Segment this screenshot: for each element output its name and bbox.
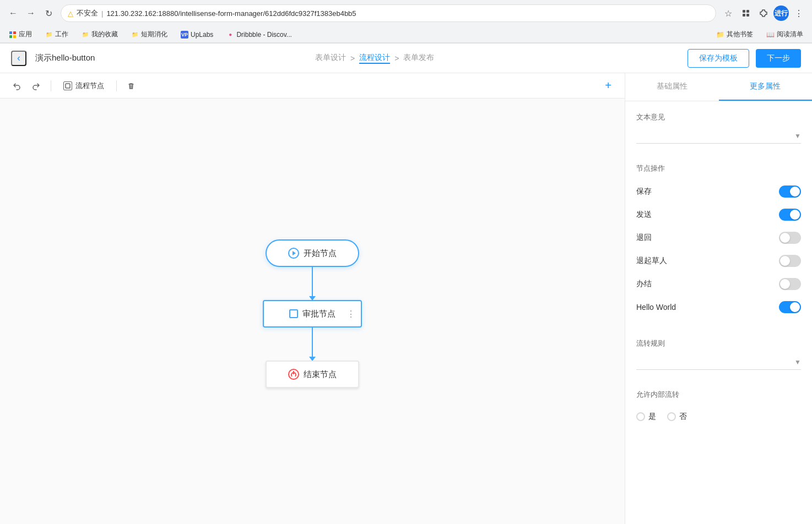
svg-rect-6 [9, 35, 12, 38]
bookmark-work[interactable]: 📁 工作 [42, 29, 72, 40]
radio-yes[interactable]: 是 [636, 412, 656, 422]
svg-rect-2 [743, 14, 745, 17]
process-node-label: 流程节点 [75, 81, 104, 91]
start-node[interactable]: 开始节点 [266, 239, 359, 267]
return-toggle[interactable] [779, 232, 801, 244]
withdraw-toggle-label: 退起草人 [636, 256, 667, 266]
flow-container: 开始节点 审批节点 ⋮ [263, 239, 362, 388]
app-container: ‹ 演示hello-button 表单设计 > 流程设计 > 表单发布 保存为模… [0, 43, 812, 524]
radio-yes-label: 是 [648, 412, 656, 422]
send-toggle[interactable] [779, 209, 801, 221]
radio-no[interactable]: 否 [667, 412, 687, 422]
node-action-label: 节点操作 [636, 163, 801, 173]
other-bookmarks[interactable]: 📁 其他书签 [713, 29, 756, 40]
step-flow-design[interactable]: 流程设计 [359, 53, 390, 64]
browser-toolbar: ← → ↻ △ 不安全 | 121.30.232.162:18880/intel… [0, 0, 812, 26]
end-node-box[interactable]: 结束节点 [266, 361, 359, 388]
plus-icon: + [605, 79, 611, 92]
browser-menu-button[interactable]: ⋮ [791, 6, 806, 21]
process-node-button[interactable]: 流程节点 [58, 79, 110, 93]
hello-world-toggle-row: Hello World [636, 296, 801, 319]
redo-button[interactable] [29, 78, 44, 94]
hello-world-toggle-knob [790, 302, 800, 312]
save-toggle-knob [790, 187, 800, 197]
canvas-body[interactable]: 开始节点 审批节点 ⋮ [0, 99, 625, 524]
delete-button[interactable] [123, 78, 139, 94]
toolbar-divider-1 [51, 80, 51, 91]
other-bm-label: 其他书签 [727, 30, 753, 39]
step-form-publish[interactable]: 表单发布 [403, 53, 434, 64]
tab-more[interactable]: 更多属性 [719, 73, 813, 101]
text-comment-label: 文本意见 [636, 112, 801, 122]
right-panel: 基础属性 更多属性 文本意见 ▼ 节点操作 保存 [625, 73, 812, 524]
bookmark-favorites[interactable]: 📁 我的收藏 [78, 29, 121, 40]
svg-rect-0 [743, 10, 745, 13]
text-comment-dropdown[interactable]: ▼ [636, 129, 801, 144]
save-toggle-row: 保存 [636, 180, 801, 203]
bm-digest-label: 短期消化 [141, 30, 167, 39]
complete-toggle-knob [780, 279, 790, 289]
play-icon [288, 248, 299, 259]
allow-internal-section: 允许内部流转 是 否 [625, 379, 812, 427]
apps-label: 应用 [19, 30, 32, 39]
reading-icon: 📖 [766, 31, 775, 39]
start-node-label: 开始节点 [304, 248, 337, 259]
warning-label: 不安全 [77, 8, 98, 18]
back-button[interactable]: ‹ [11, 51, 26, 66]
svg-rect-1 [746, 10, 749, 13]
svg-rect-8 [66, 84, 70, 88]
step-form-design[interactable]: 表单设计 [315, 53, 346, 64]
hello-world-toggle[interactable] [779, 301, 801, 313]
bookmark-digest[interactable]: 📁 短期消化 [128, 29, 171, 40]
approval-node-label: 审批节点 [302, 309, 335, 319]
reading-list[interactable]: 📖 阅读清单 [763, 29, 806, 40]
next-button[interactable]: 下一步 [756, 49, 801, 68]
allow-internal-label: 允许内部流转 [636, 390, 801, 400]
withdraw-toggle-knob [780, 256, 790, 266]
tab-more-label: 更多属性 [750, 81, 781, 91]
url-text: 121.30.232.162:18880/intellisense-form-m… [106, 9, 356, 18]
address-bar[interactable]: △ 不安全 | 121.30.232.162:18880/intellisens… [61, 4, 716, 22]
back-nav-button[interactable]: ← [6, 6, 21, 21]
save-template-button[interactable]: 保存为模板 [688, 49, 749, 68]
profile-button[interactable]: 进行 [773, 6, 789, 21]
complete-toggle[interactable] [779, 278, 801, 290]
main-content: 流程节点 + 开始节点 [0, 73, 812, 524]
withdraw-toggle[interactable] [779, 255, 801, 267]
start-node-box[interactable]: 开始节点 [266, 239, 359, 267]
text-comment-arrow-icon: ▼ [794, 132, 801, 140]
power-arc [291, 372, 296, 378]
tab-basic[interactable]: 基础属性 [625, 73, 719, 101]
complete-toggle-row: 办结 [636, 272, 801, 296]
bookmark-dribbble[interactable]: ● Dribbble - Discov... [223, 30, 295, 40]
toolbar-divider-2 [116, 80, 117, 91]
power-icon [288, 369, 299, 380]
star-button[interactable]: ☆ [721, 6, 736, 21]
send-toggle-label: 发送 [636, 210, 652, 220]
forward-nav-button[interactable]: → [23, 6, 39, 21]
bookmark-apps[interactable]: 应用 [6, 29, 35, 40]
approval-node-box[interactable]: 审批节点 ⋮ [263, 300, 362, 328]
nav-steps: 表单设计 > 流程设计 > 表单发布 [71, 53, 679, 64]
canvas-area: 流程节点 + 开始节点 [0, 73, 625, 524]
nav-buttons: ← → ↻ [6, 6, 56, 21]
add-button[interactable]: + [600, 78, 616, 94]
node-menu-button[interactable]: ⋮ [347, 309, 355, 319]
approval-node[interactable]: 审批节点 ⋮ [263, 300, 362, 328]
radio-group: 是 否 [636, 406, 801, 427]
browser-right-icons: ☆ 进行 ⋮ [721, 6, 806, 21]
refresh-nav-button[interactable]: ↻ [41, 6, 56, 21]
undo-button[interactable] [9, 78, 24, 94]
node-action-section: 节点操作 保存 发送 退回 [625, 152, 812, 319]
extensions-button[interactable] [738, 6, 754, 21]
save-toggle[interactable] [779, 185, 801, 198]
text-comment-section: 文本意见 ▼ [625, 101, 812, 152]
reading-label: 阅读清单 [777, 30, 803, 39]
bookmark-uplabs[interactable]: VP UpLabs [177, 30, 216, 40]
connector-2 [312, 328, 313, 361]
apps-grid-icon [9, 31, 17, 39]
flow-rule-dropdown[interactable]: ▼ [636, 355, 801, 370]
flow-rule-section: 流转规则 ▼ [625, 328, 812, 379]
end-node[interactable]: 结束节点 [266, 361, 359, 388]
puzzle-button[interactable] [756, 6, 771, 21]
